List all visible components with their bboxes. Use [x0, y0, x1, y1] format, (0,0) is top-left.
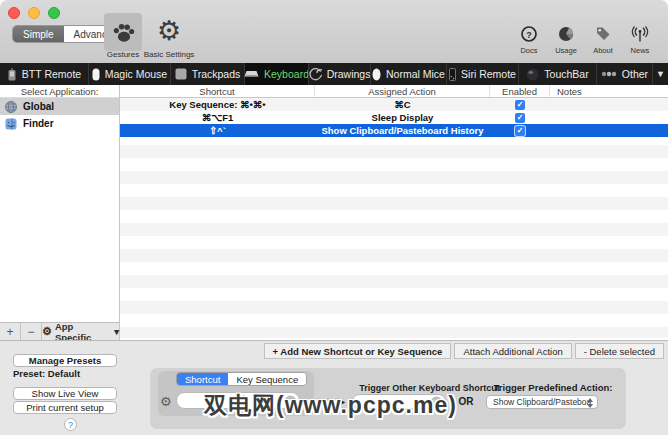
- antenna-icon: [631, 26, 649, 42]
- app-specific-button[interactable]: ⚙ App Specific ▾: [42, 323, 119, 340]
- tab-drawings[interactable]: Drawings: [308, 63, 370, 85]
- shortcuts-table: Shortcut Assigned Action Enabled Notes K…: [120, 85, 668, 340]
- sidebar-item-finder[interactable]: Finder: [0, 115, 119, 132]
- column-header-notes[interactable]: Notes: [550, 85, 668, 97]
- chevron-down-icon: ▼: [656, 69, 665, 79]
- toolbar-right-items: ? Docs Usage About: [515, 26, 654, 55]
- simple-segment[interactable]: Simple: [13, 26, 64, 42]
- print-setup-button[interactable]: Print current setup: [13, 401, 117, 414]
- btt-window: Simple Advanced Gestures ⚙ Basic Setting…: [0, 0, 668, 435]
- dots-icon: [601, 71, 617, 77]
- close-button[interactable]: [8, 7, 20, 19]
- column-header-enabled[interactable]: Enabled: [490, 85, 550, 97]
- mouse-icon: [372, 68, 381, 81]
- magic-mouse-icon: [92, 68, 100, 81]
- enabled-checkbox[interactable]: [515, 113, 525, 123]
- tab-trackpads[interactable]: Trackpads: [170, 63, 244, 85]
- about-button[interactable]: About: [589, 26, 617, 55]
- device-tab-bar: BTT Remote Magic Mouse Trackpads Keyboar…: [0, 63, 668, 85]
- traffic-lights: [8, 7, 60, 19]
- minimize-button[interactable]: [28, 7, 40, 19]
- keyboard-icon: [244, 70, 259, 78]
- trackpad-icon: [175, 68, 187, 80]
- sidebar-item-label: Finder: [23, 118, 54, 129]
- gear-icon: ⚙: [157, 15, 181, 47]
- sidebar-header: Select Application:: [0, 85, 119, 98]
- table-row-selected[interactable]: ⇧^` Show Clipboard/Pasteboard History: [120, 124, 668, 137]
- gear-icon[interactable]: ⚙: [160, 394, 172, 409]
- gear-icon: ⚙: [42, 325, 52, 338]
- table-header: Shortcut Assigned Action Enabled Notes: [120, 85, 668, 98]
- finder-icon: [5, 118, 17, 130]
- globe-icon: [5, 101, 17, 113]
- manage-presets-button[interactable]: Manage Presets: [13, 354, 117, 367]
- add-app-button[interactable]: +: [0, 323, 21, 340]
- application-sidebar: Select Application: Global Finder: [0, 85, 120, 322]
- empty-rows: [120, 145, 668, 338]
- tab-magic-mouse[interactable]: Magic Mouse: [88, 63, 170, 85]
- sidebar-item-global[interactable]: Global: [0, 98, 119, 115]
- attach-action-button[interactable]: Attach Additional Action: [454, 343, 571, 359]
- tab-normal-mice[interactable]: Normal Mice: [370, 63, 446, 85]
- tag-icon: [595, 26, 611, 42]
- column-header-action[interactable]: Assigned Action: [315, 85, 490, 97]
- tab-overflow-button[interactable]: ▼: [652, 63, 668, 85]
- table-row[interactable]: Key Sequence: ⌘•⌘• ⌘C: [120, 98, 668, 111]
- basic-settings-label: Basic Settings: [138, 50, 200, 59]
- tab-btt-remote[interactable]: BTT Remote: [0, 63, 88, 85]
- delete-selected-button[interactable]: - Delete selected: [575, 343, 664, 359]
- svg-text:?: ?: [526, 30, 532, 40]
- show-live-view-button[interactable]: Show Live View: [13, 387, 117, 400]
- or-label: OR: [454, 396, 478, 407]
- paw-icon: [112, 22, 135, 43]
- chevron-down-icon: ▾: [114, 326, 119, 337]
- tab-touchbar[interactable]: TouchBar: [518, 63, 596, 85]
- trigger-type-segmented: Shortcut Key Sequence: [176, 372, 307, 386]
- stepper-icon: [586, 398, 594, 408]
- enabled-checkbox[interactable]: [515, 126, 525, 136]
- remove-app-button[interactable]: −: [21, 323, 42, 340]
- table-actions-bar: + Add New Shortcut or Key Sequence Attac…: [264, 343, 665, 359]
- spiral-icon: [309, 68, 322, 81]
- gestures-toolbar-button[interactable]: [104, 13, 142, 51]
- help-button[interactable]: ?: [64, 418, 77, 431]
- siri-remote-icon: [449, 68, 456, 81]
- enabled-checkbox[interactable]: [515, 100, 525, 110]
- usage-button[interactable]: Usage: [552, 26, 580, 55]
- current-preset-label: Preset: Default: [13, 368, 80, 379]
- tab-siri-remote[interactable]: Siri Remote: [446, 63, 518, 85]
- docs-button[interactable]: ? Docs: [515, 26, 543, 55]
- help-circle-icon: ?: [521, 26, 537, 42]
- touchbar-icon: [526, 68, 539, 81]
- basic-settings-toolbar-button[interactable]: ⚙: [150, 12, 188, 50]
- predefined-action-label: Trigger Predefined Action:: [480, 382, 626, 393]
- tab-keyboard[interactable]: Keyboard: [244, 63, 308, 85]
- tab-other[interactable]: Other: [596, 63, 652, 85]
- sidebar-item-label: Global: [23, 101, 54, 112]
- shortcut-segment[interactable]: Shortcut: [177, 373, 228, 385]
- key-sequence-segment[interactable]: Key Sequence: [228, 373, 306, 385]
- remote-phone-icon: [7, 68, 17, 81]
- news-button[interactable]: News: [626, 26, 654, 55]
- sidebar-footer-controls: + − ⚙ App Specific ▾: [0, 322, 120, 340]
- zoom-button[interactable]: [48, 7, 60, 19]
- column-header-shortcut[interactable]: Shortcut: [120, 85, 315, 97]
- table-row[interactable]: ⌘⌥F1 Sleep Display: [120, 111, 668, 124]
- watermark: 双电网(www.pcpc.me): [204, 390, 457, 421]
- pie-chart-icon: [558, 26, 574, 42]
- toolbar: Simple Advanced Gestures ⚙ Basic Setting…: [0, 0, 668, 63]
- add-shortcut-button[interactable]: + Add New Shortcut or Key Sequence: [264, 343, 452, 359]
- predefined-action-select[interactable]: Show Clipboard/Pasteboa: [486, 395, 598, 409]
